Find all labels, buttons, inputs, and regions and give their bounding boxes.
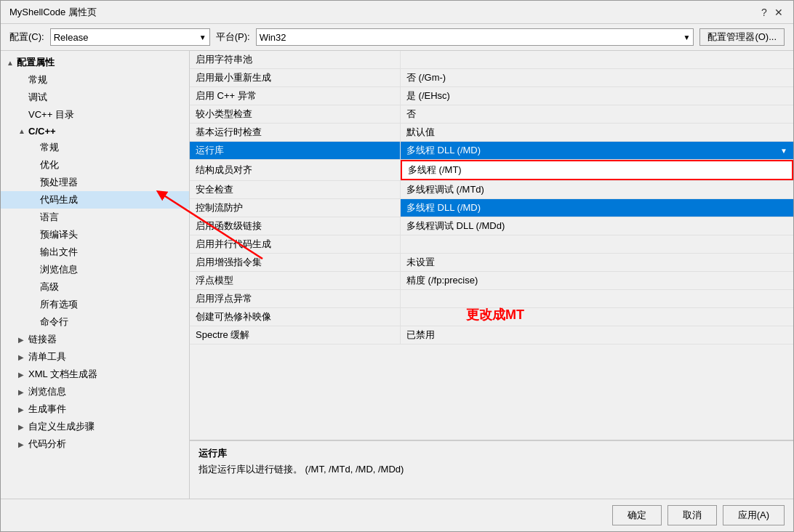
prop-value-control-flow: 多线程 DLL (/MD) [401, 199, 793, 217]
help-button[interactable]: ? [758, 7, 770, 18]
prop-value-spectre: 已禁用 [401, 326, 793, 344]
tree-label: 浏览信息 [40, 263, 78, 276]
prop-row-hotpatch[interactable]: 创建可热修补映像 [190, 308, 793, 326]
prop-value-struct-align: 多线程 (/MT) [401, 160, 793, 180]
tree-label: 代码分析 [28, 438, 66, 451]
prop-row-runtime-check[interactable]: 基本运行时检查默认值 [190, 124, 793, 142]
tree-toggle: ▲ [7, 59, 17, 67]
ok-button[interactable]: 确定 [612, 505, 662, 525]
tree-item-cpp-browse[interactable]: 浏览信息 [1, 261, 189, 278]
config-value: Release [54, 32, 89, 43]
prop-name-runtime-lib: 运行库 [190, 142, 401, 159]
tree-toggle: ▶ [18, 371, 28, 379]
tree-label: 高级 [40, 281, 59, 294]
config-bar: 配置(C): Release ▼ 平台(P): Win32 ▼ 配置管理器(O)… [1, 24, 793, 51]
prop-name-string-pool: 启用字符串池 [190, 51, 401, 68]
tree-item-cpp-pch[interactable]: 预编译头 [1, 226, 189, 243]
tree-label: 自定义生成步骤 [28, 420, 95, 433]
tree-item-config-props[interactable]: ▲ 配置属性 [1, 54, 189, 71]
close-button[interactable]: ✕ [773, 7, 785, 18]
right-panel: 启用字符串池启用最小重新生成否 (/Gm-)启用 C++ 异常是 (/EHsc)… [190, 51, 793, 499]
prop-row-control-flow[interactable]: 控制流防护多线程 DLL (/MD) [190, 199, 793, 217]
config-dropdown-arrow: ▼ [199, 33, 206, 41]
tree-item-cpp-output[interactable]: 输出文件 [1, 243, 189, 261]
tree-item-cpp-advanced[interactable]: 高级 [1, 278, 189, 296]
tree-label: 命令行 [40, 315, 68, 329]
prop-row-type-check[interactable]: 较小类型检查否 [190, 105, 793, 124]
description-panel: 运行库 指定运行库以进行链接。 (/MT, /MTd, /MD, /MDd) [190, 440, 793, 499]
platform-dropdown-arrow: ▼ [683, 33, 690, 41]
prop-row-float-exceptions[interactable]: 启用浮点异常 [190, 290, 793, 308]
tree-item-linker[interactable]: ▶ 链接器 [1, 331, 189, 348]
tree-item-debug[interactable]: 调试 [1, 89, 189, 106]
prop-value-cpp-exceptions: 是 (/EHsc) [401, 87, 793, 105]
tree-item-cpp-optimize[interactable]: 优化 [1, 156, 189, 174]
prop-value-text: 多线程 (/MT) [408, 164, 462, 177]
tree-toggle: ▶ [18, 388, 28, 396]
tree-item-custom-build[interactable]: ▶ 自定义生成步骤 [1, 418, 189, 435]
prop-name-parallel-codegen: 启用并行代码生成 [190, 235, 401, 253]
prop-value-text: 多线程调试 (/MTd) [406, 183, 484, 196]
title-bar-controls: ? ✕ [758, 7, 785, 18]
tree-label: C/C++ [28, 126, 56, 137]
tree-item-cpp[interactable]: ▲ C/C++ [1, 124, 189, 139]
tree-item-general[interactable]: 常规 [1, 71, 189, 89]
tree-toggle: ▶ [18, 353, 28, 361]
prop-row-string-pool[interactable]: 启用字符串池 [190, 51, 793, 69]
tree-item-cpp-codegen[interactable]: 代码生成 [1, 191, 189, 209]
prop-value-runtime-check: 默认值 [401, 124, 793, 141]
tree-item-cpp-lang[interactable]: 语言 [1, 209, 189, 226]
prop-value-min-rebuild: 否 (/Gm-) [401, 69, 793, 86]
prop-row-min-rebuild[interactable]: 启用最小重新生成否 (/Gm-) [190, 69, 793, 87]
prop-row-struct-align[interactable]: 结构成员对齐多线程 (/MT) [190, 160, 793, 181]
desc-text: 指定运行库以进行链接。 (/MT, /MTd, /MD, /MDd) [198, 463, 785, 476]
platform-select[interactable]: Win32 ▼ [256, 28, 694, 46]
bottom-bar: 确定 取消 应用(A) [1, 499, 793, 531]
prop-value-text: 是 (/EHsc) [406, 89, 450, 102]
prop-row-float-model[interactable]: 浮点模型精度 (/fp:precise) [190, 272, 793, 290]
prop-value-runtime-lib[interactable]: 多线程 DLL (/MD)▼ [401, 142, 793, 159]
prop-value-float-model: 精度 (/fp:precise) [401, 272, 793, 289]
prop-value-string-pool [401, 51, 793, 68]
prop-value-text: 否 (/Gm-) [406, 71, 446, 84]
prop-value-text: 未设置 [406, 256, 435, 269]
prop-row-security-check[interactable]: 安全检查多线程调试 (/MTd) [190, 181, 793, 199]
tree-item-cpp-cmd[interactable]: 命令行 [1, 313, 189, 331]
prop-name-float-model: 浮点模型 [190, 272, 401, 289]
tree-item-cpp-general[interactable]: 常规 [1, 139, 189, 156]
prop-name-spectre: Spectre 缓解 [190, 326, 401, 344]
prop-row-runtime-lib[interactable]: 运行库多线程 DLL (/MD)▼ [190, 142, 793, 160]
tree-toggle: ▶ [18, 336, 28, 344]
tree-container: ▲ 配置属性常规调试VC++ 目录▲ C/C++常规优化预处理器代码生成语言预编… [1, 54, 189, 453]
config-select[interactable]: Release ▼ [50, 28, 210, 46]
prop-row-func-link[interactable]: 启用函数级链接多线程调试 DLL (/MDd) [190, 217, 793, 235]
tree-item-xml[interactable]: ▶ XML 文档生成器 [1, 366, 189, 383]
tree-toggle: ▶ [18, 423, 28, 431]
prop-row-cpp-exceptions[interactable]: 启用 C++ 异常是 (/EHsc) [190, 87, 793, 105]
tree-item-code-analysis[interactable]: ▶ 代码分析 [1, 435, 189, 453]
tree-toggle: ▶ [18, 440, 28, 448]
config-manager-button[interactable]: 配置管理器(O)... [699, 28, 785, 46]
prop-row-parallel-codegen[interactable]: 启用并行代码生成 [190, 235, 793, 254]
prop-name-min-rebuild: 启用最小重新生成 [190, 69, 401, 86]
cancel-button[interactable]: 取消 [667, 505, 717, 525]
tree-item-manifest[interactable]: ▶ 清单工具 [1, 348, 189, 366]
tree-item-cpp-preproc[interactable]: 预处理器 [1, 174, 189, 191]
tree-label: 代码生成 [40, 193, 78, 206]
tree-label: VC++ 目录 [28, 108, 74, 121]
prop-value-text: 否 [406, 108, 416, 121]
tree-item-cpp-all[interactable]: 所有选项 [1, 296, 189, 313]
tree-item-vc-dirs[interactable]: VC++ 目录 [1, 106, 189, 124]
prop-value-hotpatch [401, 308, 793, 326]
apply-button[interactable]: 应用(A) [723, 505, 785, 525]
left-panel: ▲ 配置属性常规调试VC++ 目录▲ C/C++常规优化预处理器代码生成语言预编… [1, 51, 190, 499]
tree-label: 语言 [40, 211, 59, 224]
prop-name-float-exceptions: 启用浮点异常 [190, 290, 401, 307]
tree-toggle: ▲ [18, 127, 28, 135]
prop-row-spectre[interactable]: Spectre 缓解已禁用 [190, 326, 793, 344]
prop-value-enhanced-inst: 未设置 [401, 254, 793, 271]
prop-row-enhanced-inst[interactable]: 启用增强指令集未设置 [190, 254, 793, 272]
tree-label: 清单工具 [28, 350, 66, 363]
tree-item-build-events[interactable]: ▶ 生成事件 [1, 400, 189, 418]
tree-item-browse-info[interactable]: ▶ 浏览信息 [1, 383, 189, 400]
